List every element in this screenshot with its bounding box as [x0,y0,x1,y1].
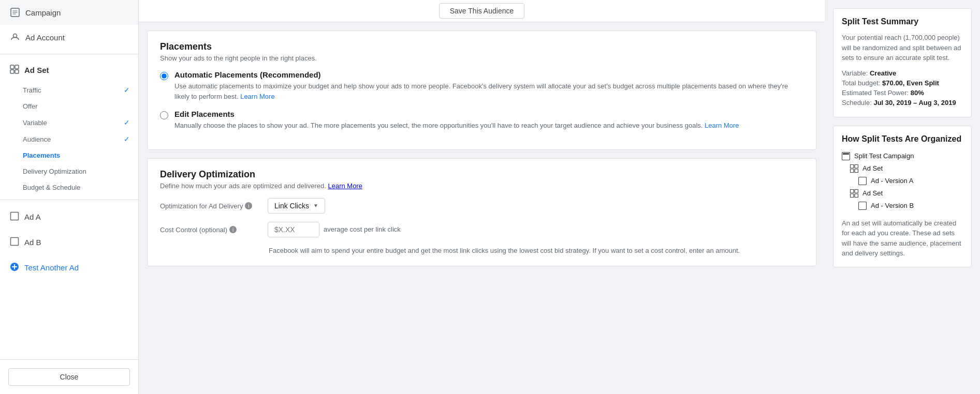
sidebar-subitem-delivery[interactable]: Delivery Optimization [0,163,138,179]
placements-subtitle: Show your ads to the right people in the… [160,54,803,62]
variable-detail: Variable: Creative [842,69,963,77]
how-organized-card: How Split Tests Are Organized Split Test… [833,126,972,267]
audience-check-icon: ✓ [124,135,130,143]
automatic-learn-more-link[interactable]: Learn More [240,93,274,100]
svg-rect-15 [859,177,867,185]
how-organized-title: How Split Tests Are Organized [842,134,963,144]
cost-input-wrap: average cost per link click [268,222,401,237]
sidebar-subitem-budget[interactable]: Budget & Schedule [0,179,138,195]
adset-section-icon [10,65,19,75]
edit-placements-label: Edit Placements [174,110,739,118]
svg-rect-18 [851,194,854,198]
optimization-dropdown[interactable]: Link Clicks ▼ [268,198,325,214]
tree-adset-2-icon [850,189,858,198]
svg-rect-12 [855,164,858,168]
main-content: Save This Audience Placements Show your … [139,0,825,394]
optimization-info-icon[interactable]: i [245,202,252,209]
campaign-icon [10,7,20,18]
save-audience-button[interactable]: Save This Audience [439,3,525,19]
svg-rect-7 [11,238,19,246]
sidebar-item-add-ad[interactable]: Test Another Ad [0,255,138,280]
optimization-field: Optimization for Ad Delivery i Link Clic… [160,198,803,214]
edit-placements-radio[interactable] [160,111,168,119]
how-organized-footer: An ad set will automatically be created … [842,218,963,259]
svg-rect-13 [851,169,854,173]
placements-title: Placements [160,41,803,52]
adset-subitems: Traffic ✓ Offer Variable ✓ Audience ✓ Pl… [0,82,138,195]
add-ad-icon [10,262,19,273]
adaccount-icon [10,32,20,42]
sidebar-item-campaign[interactable]: Campaign [0,0,138,25]
svg-rect-5 [15,70,19,73]
tree-adset-1: Ad Set [842,162,963,175]
close-button[interactable]: Close [8,368,130,386]
split-test-summary-card: Split Test Summary Your potential reach … [833,8,972,117]
sidebar-subitem-offer[interactable]: Offer [0,98,138,114]
sidebar-item-ad-b[interactable]: Ad B [0,230,138,255]
svg-rect-14 [855,169,858,173]
split-test-summary-title: Split Test Summary [842,17,963,26]
tree-adset-1-icon [850,164,858,173]
svg-rect-6 [11,213,19,220]
sidebar-subitem-audience[interactable]: Audience ✓ [0,131,138,147]
svg-point-1 [13,34,17,38]
adset-section-label: Ad Set [24,66,49,74]
svg-rect-19 [855,194,858,198]
sidebar-adset-section: Ad Set [0,58,138,82]
edit-placements-content: Edit Placements Manually choose the plac… [174,110,739,131]
svg-rect-3 [15,65,19,69]
chevron-down-icon: ▼ [313,203,318,208]
budget-detail: Total budget: $70.00, Even Split [842,79,963,87]
optimization-label: Optimization for Ad Delivery i [160,198,264,210]
tree-ad-version-a: Ad - Version A [842,175,963,187]
cost-control-label: Cost Control (optional) i [160,222,264,234]
sidebar: Campaign Ad Account Ad Set Traffic ✓ Off… [0,0,139,394]
sidebar-item-adaccount[interactable]: Ad Account [0,25,138,50]
sidebar-subitem-placements[interactable]: Placements [0,147,138,163]
cost-control-field: Cost Control (optional) i average cost p… [160,222,803,237]
sidebar-footer: Close [0,359,138,394]
add-ad-label: Test Another Ad [24,263,79,272]
delivery-learn-more-link[interactable]: Learn More [328,182,362,190]
ad-b-icon [10,237,19,248]
placements-card: Placements Show your ads to the right pe… [147,31,816,150]
sidebar-divider-1 [0,54,138,54]
automatic-placements-desc: Use automatic placements to maximize you… [174,81,803,101]
cost-desc: Facebook will aim to spend your entire b… [269,246,803,256]
automatic-placements-option[interactable]: Automatic Placements (Recommended) Use a… [160,70,803,101]
svg-rect-10 [843,153,849,155]
delivery-card: Delivery Optimization Define how much yo… [147,158,816,267]
tree-campaign-icon [842,152,850,160]
tree-ad-a-icon [858,177,867,185]
ad-a-icon [10,211,19,222]
edit-learn-more-link[interactable]: Learn More [705,122,739,129]
sidebar-subitem-variable[interactable]: Variable ✓ [0,114,138,131]
edit-placements-desc: Manually choose the places to show your … [174,120,739,131]
cost-info-icon[interactable]: i [229,226,237,233]
edit-placements-option[interactable]: Edit Placements Manually choose the plac… [160,110,803,131]
tree-ad-b-icon [858,202,867,210]
test-power-detail: Estimated Test Power: 80% [842,89,963,97]
traffic-check-icon: ✓ [124,86,130,94]
adaccount-label: Ad Account [25,33,65,42]
automatic-placements-radio[interactable] [160,72,168,80]
variable-check-icon: ✓ [124,118,130,127]
sidebar-divider-2 [0,200,138,200]
delivery-subtitle: Define how much your ads are optimized a… [160,182,803,190]
split-test-intro: Your potential reach (1,700,000 people) … [842,33,963,63]
right-panel: Split Test Summary Your potential reach … [825,0,980,394]
automatic-placements-content: Automatic Placements (Recommended) Use a… [174,70,803,101]
cost-input[interactable] [268,222,319,237]
svg-rect-2 [10,65,14,69]
delivery-title: Delivery Optimization [160,169,803,180]
campaign-label: Campaign [25,8,61,17]
tree-ad-version-b: Ad - Version B [842,200,963,212]
tree-adset-2: Ad Set [842,187,963,200]
ad-a-label: Ad A [24,213,41,221]
svg-rect-17 [855,189,858,193]
svg-rect-4 [10,70,14,73]
tree-campaign: Split Test Campaign [842,150,963,162]
sidebar-item-ad-a[interactable]: Ad A [0,204,138,230]
ad-b-label: Ad B [24,238,41,247]
sidebar-subitem-traffic[interactable]: Traffic ✓ [0,82,138,98]
